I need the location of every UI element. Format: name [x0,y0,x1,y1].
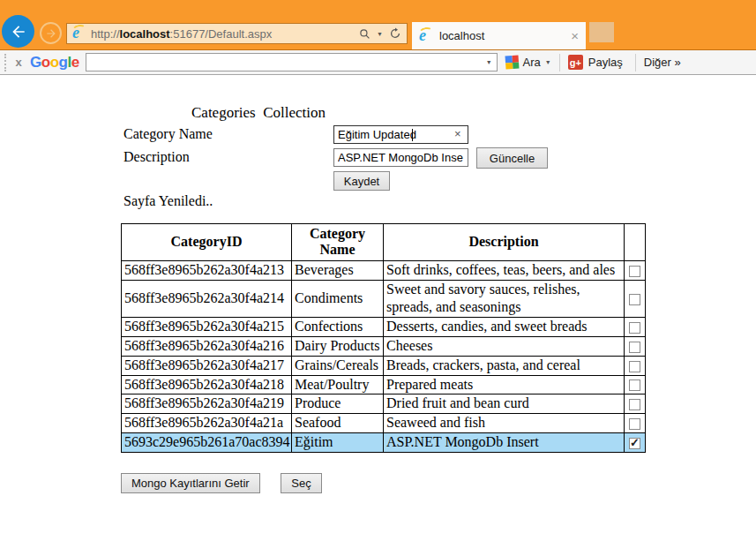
cell-category-name: Seafood [292,414,384,433]
cell-category-id: 568ff3e8965b262a30f4a215 [122,318,292,337]
cell-category-name: Grains/Cereals [292,356,384,375]
url-path: :51677/Default.aspx [170,27,273,41]
google-logo: Google [30,54,79,71]
forward-button[interactable] [40,22,62,44]
cell-category-name: Produce [292,394,384,414]
table-row: 568ff3e8965b262a30f4a214 Condiments Swee… [122,280,646,318]
tab-favicon-ie-icon: e [419,29,433,43]
toolbar-grip-handle[interactable] [4,54,6,71]
address-bar[interactable]: e http://localhost:51677/Default.aspx ▼ [66,23,408,44]
google-plus-icon[interactable]: g+ [568,55,583,70]
search-dropdown-icon[interactable]: ▼ [377,31,383,37]
cell-category-name: Confections [292,318,384,337]
ie-icon: e [72,26,86,41]
cell-category-id: 568ff3e8965b262a30f4a219 [122,394,292,414]
cell-category-id: 568ff3e8965b262a30f4a218 [122,375,292,394]
table-row: 568ff3e8965b262a30f4a215 Confections Des… [122,318,646,337]
new-tab-button[interactable] [589,22,614,42]
description-input[interactable] [333,148,468,167]
cell-description: Dried fruit and bean curd [384,394,625,414]
category-name-label: Category Name [124,126,213,142]
category-name-input[interactable] [333,125,468,144]
toolbar-separator [559,54,560,71]
search-icon[interactable] [359,28,371,40]
back-button[interactable] [2,15,34,48]
header-checkbox-column [625,224,646,261]
row-checkbox[interactable] [629,294,640,305]
table-row: 568ff3e8965b262a30f4a218 Meat/Poultry Pr… [122,375,646,394]
categories-table: CategoryID Category Name Description 568… [121,223,646,453]
toolbar-search-dropdown-icon[interactable]: ▼ [486,59,492,65]
paylas-button[interactable]: Paylaş [588,56,623,69]
row-checkbox[interactable] [629,342,640,353]
toolbar-separator [635,54,636,71]
google-toolbar: x Google ▼ Ara ▼ g+ Paylaş Diğer » [0,49,756,75]
row-checkbox[interactable] [629,361,640,372]
back-arrow-icon [10,23,27,41]
cell-category-name: Dairy Products [292,336,384,356]
cell-description: Desserts, candies, and sweet breads [384,318,625,337]
cell-description: Cheeses [384,336,625,356]
cell-category-id: 568ff3e8965b262a30f4a216 [122,336,292,356]
header-category-name: Category Name [292,224,384,261]
cell-description: ASP.NET MongoDb Insert [384,432,625,452]
diger-button[interactable]: Diğer » [644,56,681,69]
table-row: 568ff3e8965b262a30f4a216 Dairy Products … [122,336,646,356]
row-checkbox[interactable] [629,266,640,277]
cell-category-id: 568ff3e8965b262a30f4a214 [122,280,292,318]
page-title: Categories Collection [191,104,326,122]
status-text: Sayfa Yeniledi.. [124,193,213,209]
header-description: Description [384,224,625,261]
ara-button[interactable]: Ara [523,56,541,69]
url-host: localhost [120,27,170,41]
row-checkbox[interactable] [629,379,640,391]
description-label: Description [124,149,190,165]
row-checkbox[interactable] [629,438,640,449]
cell-category-name: Eğitim [292,432,384,452]
row-checkbox[interactable] [629,399,640,410]
cell-category-id: 568ff3e8965b262a30f4a217 [122,356,292,375]
mongo-kayitlarini-getir-button[interactable]: Mongo Kayıtlarını Getir [121,473,260,493]
table-row: 568ff3e8965b262a30f4a217 Grains/Cereals … [122,356,646,375]
browser-tab[interactable]: e localhost × [412,22,586,49]
cell-description: Sweet and savory sauces, relishes, sprea… [384,280,625,318]
cell-category-name: Beverages [292,260,384,280]
browser-chrome: e http://localhost:51677/Default.aspx ▼ … [0,0,756,49]
table-header-row: CategoryID Category Name Description [122,224,646,261]
table-row: 5693c29e965b261a70ac8394 Eğitim ASP.NET … [122,432,646,452]
cell-category-id: 568ff3e8965b262a30f4a21a [122,414,292,433]
url-prefix: http:// [91,27,120,41]
toolbar-close-icon[interactable]: x [13,56,24,69]
cell-description: Seaweed and fish [384,414,625,433]
tab-title: localhost [439,29,484,42]
table-row: 568ff3e8965b262a30f4a219 Produce Dried f… [122,394,646,414]
table-row: 568ff3e8965b262a30f4a213 Beverages Soft … [122,260,646,280]
table-row: 568ff3e8965b262a30f4a21a Seafood Seaweed… [122,414,646,433]
header-category-id: CategoryID [122,224,292,261]
cell-description: Soft drinks, coffees, teas, beers, and a… [384,260,625,280]
cell-category-id: 568ff3e8965b262a30f4a213 [122,260,292,280]
google-search-icon[interactable] [505,55,519,69]
row-checkbox[interactable] [629,322,640,334]
toolbar-search-input[interactable] [86,53,498,71]
ara-dropdown-icon[interactable]: ▼ [545,59,551,65]
page-content: Categories Collection Category Name × De… [0,75,756,541]
kaydet-button[interactable]: Kaydet [333,171,390,191]
text-cursor [412,129,413,141]
sec-button[interactable]: Seç [281,473,322,493]
tab-close-icon[interactable]: × [571,29,579,42]
cell-category-name: Meat/Poultry [292,375,384,394]
row-checkbox[interactable] [629,418,640,430]
cell-description: Breads, crackers, pasta, and cereal [384,356,625,375]
guncelle-button[interactable]: Güncelle [476,147,548,169]
refresh-icon[interactable] [389,27,401,40]
cell-description: Prepared meats [384,375,625,394]
input-clear-icon[interactable]: × [454,127,461,140]
url-text: http://localhost:51677/Default.aspx [91,27,272,41]
cell-category-id: 5693c29e965b261a70ac8394 [122,432,292,452]
cell-category-name: Condiments [292,280,384,318]
forward-arrow-icon [45,27,57,40]
